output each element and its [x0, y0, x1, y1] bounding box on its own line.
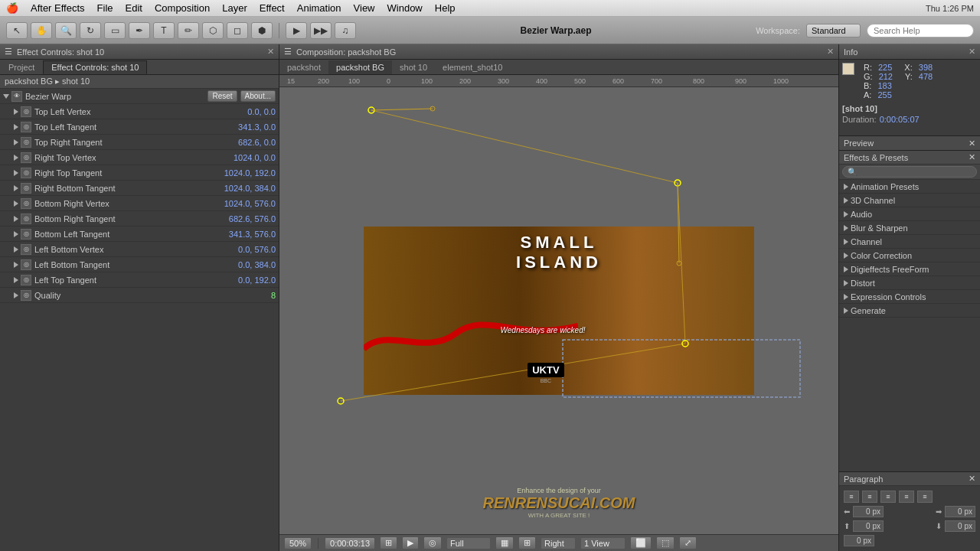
- motion-blur-btn[interactable]: ◎: [423, 536, 442, 549]
- effect-reset-button[interactable]: Reset: [207, 90, 237, 102]
- tool-rect[interactable]: ▭: [104, 22, 126, 39]
- prop-label-8[interactable]: Bottom Left Tangent: [34, 230, 229, 239]
- tool-select[interactable]: ↖: [6, 22, 28, 39]
- prop-label-2[interactable]: Top Right Tangent: [34, 138, 238, 147]
- ep-item-3dchannel[interactable]: 3D Channel: [839, 194, 980, 207]
- ep-item-digi[interactable]: Digieffects FreeForm: [839, 262, 980, 276]
- menu-file[interactable]: File: [97, 2, 113, 14]
- prop-value-11[interactable]: 0.0, 192.0: [238, 276, 276, 285]
- prop-value-0[interactable]: 0.0, 0.0: [247, 107, 276, 116]
- prop-label-6[interactable]: Bottom Right Vertex: [34, 199, 224, 208]
- views-select[interactable]: 1 View 2 Views 4 Views: [580, 537, 626, 549]
- prop-expand-5[interactable]: [14, 185, 18, 191]
- prop-label-0[interactable]: Top Left Vertex: [34, 107, 247, 116]
- tab-effect-controls[interactable]: Effect Controls: shot 10: [43, 60, 147, 74]
- prop-expand-11[interactable]: [14, 277, 18, 283]
- tool-play[interactable]: ▶: [286, 22, 307, 39]
- menu-composition[interactable]: Composition: [155, 2, 210, 14]
- prop-expand-1[interactable]: [14, 124, 18, 130]
- ep-item-expression[interactable]: Expression Controls: [839, 290, 980, 304]
- tool-puppet[interactable]: ⬢: [251, 22, 273, 39]
- tool-rotate[interactable]: ↻: [80, 22, 101, 39]
- tool-text[interactable]: T: [153, 22, 175, 39]
- prop-label-11[interactable]: Left Top Tangent: [34, 276, 238, 285]
- prop-expand-0[interactable]: [14, 109, 18, 115]
- para-space-before-input[interactable]: [853, 520, 884, 532]
- comp-tab-packshot[interactable]: packshot: [279, 60, 328, 74]
- menu-layer[interactable]: Layer: [222, 2, 247, 14]
- comp-tab-packshot-bg[interactable]: packshot BG: [328, 60, 392, 74]
- prop-expand-3[interactable]: [14, 155, 18, 161]
- prop-label-7[interactable]: Bottom Right Tangent: [34, 214, 229, 223]
- prop-value-3[interactable]: 1024.0, 0.0: [234, 153, 276, 162]
- tab-project[interactable]: Project: [0, 60, 43, 74]
- menu-aftereffects[interactable]: After Effects: [31, 2, 85, 14]
- effect-expand-icon[interactable]: [3, 94, 9, 99]
- menu-help[interactable]: Help: [435, 2, 456, 14]
- menu-edit[interactable]: Edit: [126, 2, 142, 14]
- tool-stamp[interactable]: ⬡: [202, 22, 224, 39]
- para-align-left[interactable]: ≡: [844, 491, 859, 503]
- menu-effect[interactable]: Effect: [260, 2, 285, 14]
- prop-label-9[interactable]: Left Bottom Vertex: [34, 245, 238, 254]
- para-close[interactable]: ✕: [969, 474, 975, 484]
- apple-menu[interactable]: 🍎: [6, 2, 18, 14]
- prop-label-4[interactable]: Right Top Tangent: [34, 168, 224, 178]
- para-indent-right-input[interactable]: [945, 506, 975, 517]
- grid-btn[interactable]: ⊞: [518, 536, 536, 549]
- para-justify[interactable]: ≡: [899, 491, 914, 503]
- prop-expand-6[interactable]: [14, 201, 18, 207]
- para-align-right[interactable]: ≡: [880, 491, 896, 503]
- prop-value-12[interactable]: 8: [271, 291, 276, 300]
- para-last-indent-input[interactable]: [844, 535, 874, 546]
- tool-zoom[interactable]: 🔍: [55, 22, 77, 39]
- para-justify-all[interactable]: ≡: [917, 491, 933, 503]
- ep-item-channel[interactable]: Channel: [839, 235, 980, 249]
- tool-audio[interactable]: ♫: [335, 22, 356, 39]
- ep-close[interactable]: ✕: [969, 152, 975, 162]
- prop-value-1[interactable]: 341.3, 0.0: [238, 122, 276, 132]
- comp-layout-btn[interactable]: ⬜: [630, 536, 652, 549]
- ep-item-generate[interactable]: Generate: [839, 304, 980, 318]
- para-align-center[interactable]: ≡: [862, 491, 877, 503]
- ep-item-distort[interactable]: Distort: [839, 276, 980, 290]
- prop-label-3[interactable]: Right Top Vertex: [34, 153, 234, 162]
- ep-item-color[interactable]: Color Correction: [839, 249, 980, 262]
- comp-fullscreen-btn[interactable]: ⤢: [679, 536, 697, 549]
- comp-tab-shot10[interactable]: shot 10: [392, 60, 435, 74]
- prop-expand-10[interactable]: [14, 262, 18, 268]
- prop-label-12[interactable]: Quality: [34, 291, 271, 300]
- ep-item-blur[interactable]: Blur & Sharpen: [839, 221, 980, 235]
- prop-expand-7[interactable]: [14, 216, 18, 222]
- tool-paint[interactable]: ✏: [178, 22, 199, 39]
- comp-panel-close[interactable]: ✕: [827, 47, 834, 57]
- info-panel-close[interactable]: ✕: [969, 47, 975, 57]
- menu-window[interactable]: Window: [387, 2, 423, 14]
- prop-value-9[interactable]: 0.0, 576.0: [238, 245, 276, 254]
- menu-view[interactable]: View: [354, 2, 375, 14]
- snap-btn[interactable]: ⊞: [380, 536, 397, 549]
- comp-canvas[interactable]: SMALL ISLAND Wednesdays are wicked! UKTV: [279, 87, 838, 534]
- prop-value-6[interactable]: 1024.0, 576.0: [224, 199, 276, 208]
- prop-expand-2[interactable]: [14, 139, 18, 145]
- comp-tab-element[interactable]: element_shot10: [435, 60, 510, 74]
- preview-close[interactable]: ✕: [969, 139, 975, 148]
- tool-eraser[interactable]: ◻: [227, 22, 248, 39]
- ep-item-animation[interactable]: Animation Presets: [839, 180, 980, 194]
- prop-label-10[interactable]: Left Bottom Tangent: [34, 260, 238, 269]
- workspace-select[interactable]: Standard: [806, 24, 861, 37]
- preview-btn[interactable]: ▶: [402, 536, 419, 549]
- ep-item-audio[interactable]: Audio: [839, 207, 980, 221]
- para-space-after-input[interactable]: [945, 520, 975, 532]
- prop-label-1[interactable]: Top Left Tangent: [34, 122, 238, 132]
- transparency-btn[interactable]: ▦: [495, 536, 514, 549]
- view-select[interactable]: Right Left Top Front: [541, 537, 576, 549]
- left-panel-close[interactable]: ✕: [267, 47, 274, 57]
- para-indent-left-input[interactable]: [853, 506, 884, 517]
- quality-select[interactable]: Full Half Third Quarter Custom: [446, 537, 491, 549]
- prop-value-4[interactable]: 1024.0, 192.0: [224, 168, 276, 178]
- prop-value-7[interactable]: 682.6, 576.0: [229, 214, 276, 223]
- effect-about-button[interactable]: About...: [240, 90, 276, 102]
- zoom-select-btn[interactable]: 50%: [284, 537, 312, 549]
- tool-ram[interactable]: ▶▶: [310, 22, 332, 39]
